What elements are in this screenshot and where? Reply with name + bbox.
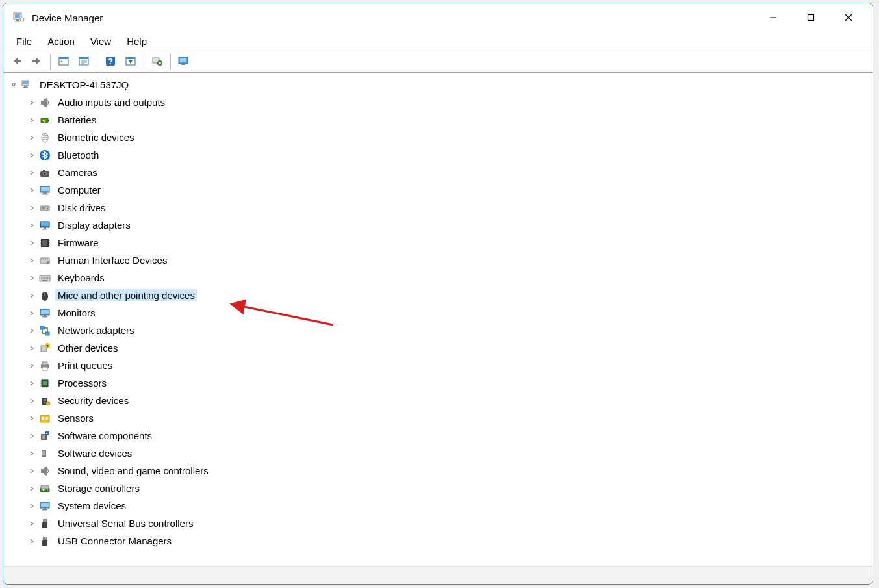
tree-category-label: Audio inputs and outputs [55, 96, 168, 109]
svg-rect-88 [40, 326, 44, 329]
tree-category-node[interactable]: Software components [25, 427, 869, 444]
toolbar-show-hidden-button[interactable] [54, 53, 73, 71]
svg-marker-126 [44, 467, 47, 476]
chevron-right-icon[interactable] [27, 361, 37, 371]
arrow-right-icon [31, 55, 43, 69]
svg-rect-128 [41, 485, 49, 489]
chevron-right-icon[interactable] [27, 536, 37, 546]
svg-rect-1 [15, 14, 20, 18]
svg-rect-56 [42, 240, 47, 246]
tree-category-label: Batteries [55, 114, 99, 126]
tree-category-node[interactable]: Disk drives [25, 199, 869, 216]
chevron-right-icon[interactable] [27, 97, 37, 108]
chevron-right-icon[interactable] [27, 238, 37, 248]
menu-action[interactable]: Action [40, 33, 83, 49]
tree-category-node[interactable]: Firmware [25, 234, 869, 251]
chevron-right-icon[interactable] [27, 290, 37, 301]
svg-rect-36 [48, 120, 49, 121]
menu-help[interactable]: Help [119, 33, 155, 49]
tree-category-node[interactable]: Network adapters [25, 322, 869, 339]
svg-point-42 [44, 173, 46, 175]
tree-category-node[interactable]: Storage controllers [25, 479, 869, 497]
window-title: Device Manager [32, 12, 754, 23]
svg-rect-134 [42, 509, 47, 511]
tree-category-node[interactable]: Software devices [25, 444, 869, 462]
chevron-right-icon[interactable] [27, 343, 37, 353]
svg-rect-138 [42, 522, 47, 528]
svg-rect-89 [45, 332, 49, 335]
svg-rect-120 [42, 435, 45, 439]
chevron-right-icon[interactable] [27, 431, 37, 441]
toolbar-help-button[interactable]: ? [101, 53, 120, 71]
svg-rect-31 [24, 86, 27, 87]
chevron-right-icon[interactable] [27, 466, 37, 476]
tree-category-label: Monitors [55, 307, 98, 319]
tree-category-label: Keyboards [55, 272, 107, 284]
tree-category-node[interactable]: Sensors [25, 409, 869, 427]
toolbar-forward-button[interactable] [27, 53, 47, 71]
chevron-right-icon[interactable] [27, 448, 37, 459]
menu-view[interactable]: View [83, 33, 119, 49]
tree-category-node[interactable]: USB Connector Managers [25, 532, 869, 550]
battery-icon [38, 114, 51, 127]
tree-category-node[interactable]: Audio inputs and outputs [25, 94, 869, 111]
tree-category-node[interactable]: System devices [25, 497, 869, 515]
tree-root-node[interactable]: DESKTOP-4L537JQ [7, 76, 869, 94]
chevron-right-icon[interactable] [27, 168, 37, 178]
chevron-right-icon[interactable] [27, 115, 37, 125]
maximize-button[interactable] [792, 5, 830, 31]
tree-category-node[interactable]: Mice and other pointing devices [25, 287, 869, 304]
toolbar-add-device-button[interactable] [147, 53, 167, 71]
chevron-right-icon[interactable] [27, 150, 37, 160]
toolbar-back-button[interactable] [7, 53, 27, 71]
toolbar-scan-button[interactable] [121, 53, 140, 71]
toolbar-properties-button[interactable] [74, 53, 94, 71]
tree-category-node[interactable]: ?Other devices [25, 339, 869, 357]
tree-category-node[interactable]: Biometric devices [25, 129, 869, 146]
chevron-right-icon[interactable] [27, 396, 37, 406]
titlebar: Device Manager [3, 3, 873, 32]
tree-category-node[interactable]: Security devices [25, 392, 869, 409]
device-tree[interactable]: DESKTOP-4L537JQ Audio inputs and outputs… [3, 73, 873, 566]
svg-rect-140 [44, 537, 44, 539]
chevron-right-icon[interactable] [27, 273, 37, 283]
chevron-right-icon[interactable] [27, 203, 37, 213]
chevron-right-icon[interactable] [27, 133, 37, 143]
toolbar-devices-printers-button[interactable] [174, 53, 194, 71]
tree-category-label: Universal Serial Bus controllers [55, 517, 196, 530]
tree-category-node[interactable]: Universal Serial Bus controllers [25, 515, 869, 532]
chevron-right-icon[interactable] [27, 326, 37, 336]
chevron-right-icon[interactable] [27, 483, 37, 494]
chevron-right-icon[interactable] [27, 220, 37, 231]
tree-category-node[interactable]: Batteries [25, 111, 869, 129]
tree-category-node[interactable]: Human Interface Devices [25, 251, 869, 269]
tree-category-label: Processors [55, 377, 109, 389]
tree-category-node[interactable]: Cameras [25, 164, 869, 181]
processor-icon [38, 377, 51, 390]
menu-file[interactable]: File [8, 33, 40, 49]
tree-category-node[interactable]: Monitors [25, 304, 869, 322]
close-button[interactable] [830, 5, 867, 31]
chevron-right-icon[interactable] [27, 308, 37, 318]
svg-point-48 [47, 207, 48, 209]
tree-category-node[interactable]: Sound, video and game controllers [25, 462, 869, 479]
tree-category-node[interactable]: Computer [25, 181, 869, 199]
tree-category-node[interactable]: Bluetooth [25, 146, 869, 164]
tree-category-label: Other devices [55, 342, 121, 354]
tree-category-node[interactable]: Print queues [25, 357, 869, 374]
minimize-button[interactable] [754, 5, 792, 31]
tree-category-node[interactable]: Processors [25, 374, 869, 392]
svg-rect-71 [43, 277, 44, 278]
toolbar-separator [170, 54, 171, 70]
chevron-right-icon[interactable] [27, 518, 37, 529]
tree-category-node[interactable]: Display adapters [25, 216, 869, 234]
chevron-right-icon[interactable] [27, 255, 37, 266]
tree-category-node[interactable]: Keyboards [25, 269, 869, 287]
chevron-right-icon[interactable] [27, 501, 37, 511]
chevron-right-icon[interactable] [27, 413, 37, 424]
storage-icon [38, 482, 51, 495]
chevron-down-icon[interactable] [8, 80, 19, 90]
svg-rect-73 [46, 277, 47, 278]
chevron-right-icon[interactable] [27, 378, 37, 389]
chevron-right-icon[interactable] [27, 185, 37, 196]
